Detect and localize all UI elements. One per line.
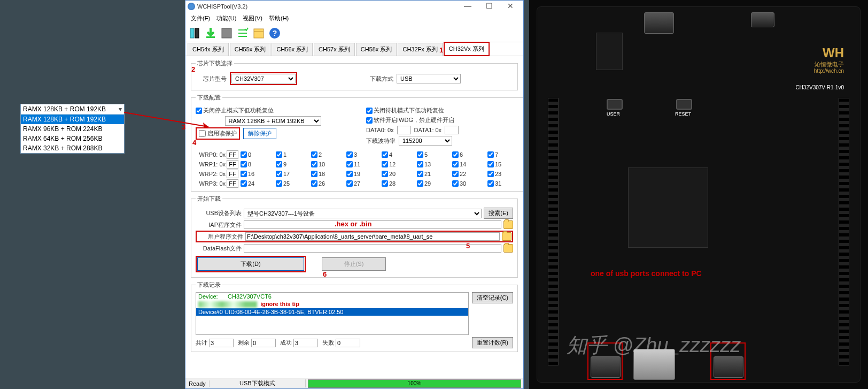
ramx-combo-display[interactable]: RAMX 128KB + ROM 192KB ▾ bbox=[21, 104, 124, 115]
menu-function[interactable]: 功能(U) bbox=[213, 13, 239, 24]
ramx-option[interactable]: RAMX 32KB + ROM 288KB bbox=[21, 143, 124, 153]
calendar-icon[interactable] bbox=[252, 26, 266, 40]
wrp-bit-checkbox[interactable]: 12 bbox=[382, 161, 415, 167]
tab-bar: CH54x 系列CH55x 系列CH56x 系列CH57x 系列CH58x 系列… bbox=[185, 42, 523, 56]
ram-config-select[interactable]: RAMX 128KB + ROM 192KB bbox=[225, 116, 321, 126]
wrp-bit-checkbox[interactable]: 27 bbox=[346, 180, 379, 187]
wrp-bit-checkbox[interactable]: 4 bbox=[382, 151, 415, 158]
chip-select-icon[interactable] bbox=[188, 26, 201, 40]
wrp-bit-checkbox[interactable]: 6 bbox=[452, 151, 485, 158]
clear-log-button[interactable]: 清空记录(C) bbox=[472, 292, 513, 303]
wrp-bit-checkbox[interactable]: 13 bbox=[417, 161, 450, 167]
data0-input[interactable] bbox=[397, 126, 411, 134]
wrp-bit-checkbox[interactable]: 28 bbox=[382, 180, 415, 187]
ramx-option[interactable]: RAMX 64KB + ROM 256KB bbox=[21, 134, 124, 143]
wrp-bit-checkbox[interactable]: 31 bbox=[487, 180, 521, 187]
wrp-hex-input[interactable] bbox=[227, 179, 238, 188]
iap-browse-button[interactable] bbox=[503, 220, 513, 229]
menu-help[interactable]: 帮助(H) bbox=[266, 13, 292, 24]
wrp-bit-checkbox[interactable]: 26 bbox=[311, 180, 344, 187]
usb-device-select[interactable]: 型号CH32V307---1号设备 bbox=[244, 209, 482, 218]
download-icon[interactable] bbox=[204, 26, 218, 40]
settings-icon[interactable] bbox=[220, 26, 234, 40]
baud-select[interactable]: 115200 bbox=[399, 136, 452, 146]
success-input[interactable] bbox=[293, 339, 318, 347]
dataflash-browse-button[interactable] bbox=[503, 244, 513, 253]
iap-file-input[interactable] bbox=[244, 220, 501, 229]
wrp-bit-checkbox[interactable]: 21 bbox=[417, 171, 450, 177]
chip-model-select[interactable]: CH32V307 bbox=[231, 74, 296, 83]
wrp-bit-checkbox[interactable]: 9 bbox=[276, 161, 309, 167]
tab-CH56x系列[interactable]: CH56x 系列 bbox=[272, 43, 313, 56]
tab-CH57x系列[interactable]: CH57x 系列 bbox=[314, 43, 355, 56]
baud-label: 下载波特率 bbox=[366, 137, 396, 145]
log-textarea[interactable]: Device: CH32V307VCT6 ignore this tip Dev… bbox=[196, 292, 469, 335]
wrp-bit-checkbox[interactable]: 5 bbox=[417, 151, 450, 158]
wrp-bit-checkbox[interactable]: 11 bbox=[346, 161, 379, 167]
tab-CH32Fx系列[interactable]: CH32Fx 系列 bbox=[398, 43, 442, 56]
close-button[interactable]: ✕ bbox=[500, 1, 521, 12]
iwdg-checkbox[interactable] bbox=[366, 117, 373, 124]
wrp-bit-checkbox[interactable]: 23 bbox=[487, 171, 521, 177]
ramx-options-popup[interactable]: RAMX 128KB + ROM 192KB ▾ RAMX 128KB + RO… bbox=[20, 104, 125, 154]
tab-CH32Vx系列[interactable]: CH32Vx 系列 bbox=[444, 42, 490, 56]
svg-rect-7 bbox=[254, 29, 264, 38]
tab-CH58x系列[interactable]: CH58x 系列 bbox=[356, 43, 397, 56]
wrp-bit-checkbox[interactable]: 8 bbox=[241, 161, 274, 167]
total-input[interactable] bbox=[209, 339, 234, 347]
annotation-5: 5 bbox=[466, 242, 470, 250]
help-icon[interactable]: ? bbox=[268, 26, 282, 40]
wrp-bit-checkbox[interactable]: 30 bbox=[452, 180, 485, 187]
wrp-bit-checkbox[interactable]: 17 bbox=[276, 171, 309, 177]
wrp-bit-checkbox[interactable]: 0 bbox=[241, 151, 274, 158]
menu-view[interactable]: 视图(V) bbox=[239, 13, 266, 24]
download-button[interactable]: 下载(D) bbox=[197, 257, 304, 271]
start-download-legend: 开始下载 bbox=[196, 195, 222, 203]
pcb-reset-label: RESET bbox=[675, 111, 691, 117]
ramx-option[interactable]: RAMX 128KB + ROM 192KB bbox=[21, 115, 124, 124]
wrp-bit-checkbox[interactable]: 2 bbox=[311, 151, 344, 158]
wrp-bit-checkbox[interactable]: 18 bbox=[311, 171, 344, 177]
usb-list-label: USB设备列表 bbox=[196, 209, 242, 217]
user-browse-button[interactable] bbox=[502, 232, 511, 241]
standby-reset-checkbox[interactable] bbox=[366, 108, 373, 114]
pcb-brand: WH bbox=[823, 45, 844, 60]
tab-CH55x系列[interactable]: CH55x 系列 bbox=[230, 43, 271, 56]
dataflash-file-input[interactable] bbox=[244, 244, 501, 253]
wrp-hex-input[interactable] bbox=[227, 170, 238, 178]
wrp-bit-checkbox[interactable]: 3 bbox=[346, 151, 379, 158]
wrp-bit-checkbox[interactable]: 10 bbox=[311, 161, 344, 167]
tab-CH54x系列[interactable]: CH54x 系列 bbox=[188, 43, 229, 56]
wrp-hex-input[interactable] bbox=[227, 160, 238, 169]
wrp-bit-checkbox[interactable]: 25 bbox=[276, 180, 309, 187]
data1-input[interactable] bbox=[445, 126, 459, 134]
list-check-icon[interactable] bbox=[236, 26, 250, 40]
wrp-bit-checkbox[interactable]: 7 bbox=[487, 151, 521, 158]
stop-button[interactable]: 停止(S) bbox=[322, 257, 386, 271]
user-file-input[interactable] bbox=[245, 232, 500, 241]
fail-input[interactable] bbox=[336, 339, 360, 347]
menu-file[interactable]: 文件(F) bbox=[188, 13, 213, 24]
minimize-button[interactable]: — bbox=[457, 1, 478, 12]
download-mode-select[interactable]: USB bbox=[397, 74, 461, 83]
wrp-bit-checkbox[interactable]: 14 bbox=[452, 161, 485, 167]
wrp-bit-checkbox[interactable]: 22 bbox=[452, 171, 485, 177]
wrp-bit-checkbox[interactable]: 24 bbox=[241, 180, 274, 187]
wrp-bit-checkbox[interactable]: 29 bbox=[417, 180, 450, 187]
wrp-bit-checkbox[interactable]: 16 bbox=[241, 171, 274, 177]
read-protect-checkbox[interactable] bbox=[199, 130, 206, 137]
lowpower-reset-checkbox[interactable] bbox=[196, 108, 202, 114]
ramx-option[interactable]: RAMX 96KB + ROM 224KB bbox=[21, 124, 124, 134]
search-button[interactable]: 搜索(E) bbox=[484, 208, 513, 219]
wrp-bit-checkbox[interactable]: 1 bbox=[276, 151, 309, 158]
maximize-button[interactable]: ☐ bbox=[478, 1, 500, 12]
clear-protect-button[interactable]: 解除保护 bbox=[243, 128, 276, 139]
wrp-hex-input[interactable] bbox=[227, 150, 238, 159]
wrp-bit-checkbox[interactable]: 15 bbox=[487, 161, 521, 167]
reset-count-button[interactable]: 重置计数(R) bbox=[472, 337, 513, 348]
usb-port-top-right bbox=[751, 12, 774, 27]
wrp-bit-checkbox[interactable]: 20 bbox=[382, 171, 415, 177]
remain-input[interactable] bbox=[251, 339, 276, 347]
svg-rect-2 bbox=[206, 36, 215, 38]
wrp-bit-checkbox[interactable]: 19 bbox=[346, 171, 379, 177]
